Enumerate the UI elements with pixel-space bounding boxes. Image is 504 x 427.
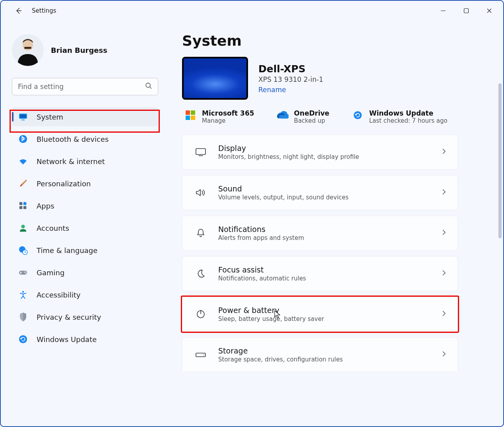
shield-icon [18, 312, 28, 322]
status-item-update[interactable]: Windows UpdateLast checked: 7 hours ago [352, 109, 448, 124]
setting-card-sound[interactable]: SoundVolume levels, output, input, sound… [182, 175, 458, 210]
setting-title: Notifications [218, 225, 304, 234]
setting-subtitle: Alerts from apps and system [218, 234, 304, 242]
chevron-right-icon [442, 350, 446, 359]
nav-item-privacy[interactable]: Privacy & security [12, 307, 158, 327]
svg-rect-2 [464, 9, 469, 13]
setting-card-storage[interactable]: StorageStorage space, drives, configurat… [182, 337, 458, 372]
svg-rect-31 [196, 149, 205, 155]
svg-line-9 [150, 87, 151, 89]
nav-item-network[interactable]: Network & internet [12, 152, 158, 171]
globe-clock-icon [18, 245, 28, 255]
nav-item-personalization[interactable]: Personalization [12, 174, 158, 193]
setting-subtitle: Storage space, drives, configuration rul… [218, 356, 343, 363]
nav-item-label: Personalization [37, 180, 91, 188]
nav-item-bluetooth[interactable]: Bluetooth & devices [12, 129, 158, 149]
status-title: Windows Update [369, 109, 448, 117]
refresh-icon [352, 109, 364, 121]
svg-point-22 [24, 272, 25, 273]
scrollbar-thumb[interactable] [498, 83, 502, 238]
status-item-onedrive[interactable]: OneDriveBacked up [277, 109, 330, 124]
setting-title: Power & battery [218, 306, 324, 315]
back-button[interactable] [13, 5, 25, 17]
svg-point-36 [204, 355, 204, 356]
moon-icon [194, 267, 208, 281]
nav-item-label: Apps [37, 202, 54, 210]
setting-subtitle: Notifications, automatic rules [218, 275, 306, 282]
maximize-button[interactable] [455, 3, 478, 19]
setting-title: Focus assist [218, 265, 306, 274]
status-title: Microsoft 365 [202, 109, 254, 117]
nav-item-label: Network & internet [37, 157, 105, 166]
page-title: System [182, 33, 489, 49]
svg-point-6 [23, 40, 33, 50]
setting-card-notifications[interactable]: NotificationsAlerts from apps and system [182, 216, 458, 251]
svg-point-30 [354, 111, 362, 119]
rename-link[interactable]: Rename [258, 86, 286, 94]
minimize-button[interactable] [432, 3, 455, 19]
user-profile[interactable]: Brian Burgess [12, 34, 160, 66]
device-model: XPS 13 9310 2-in-1 [258, 75, 323, 83]
nav-item-apps[interactable]: Apps [12, 196, 158, 215]
device-info: Dell-XPS XPS 13 9310 2-in-1 Rename [182, 57, 489, 100]
search-input[interactable] [18, 83, 145, 91]
status-sub: Backed up [294, 117, 330, 124]
nav-item-gaming[interactable]: Gaming [12, 263, 158, 282]
nav-item-update[interactable]: Windows Update [12, 330, 158, 349]
brush-icon [18, 179, 28, 188]
nav-item-accounts[interactable]: Accounts [12, 218, 158, 238]
chevron-right-icon [442, 188, 446, 197]
apps-icon [18, 201, 28, 211]
nav-item-label: Gaming [37, 269, 64, 277]
setting-card-power[interactable]: Power & batterySleep, battery usage, bat… [182, 297, 458, 332]
status-sub: Last checked: 7 hours ago [369, 117, 448, 124]
svg-point-18 [21, 225, 25, 228]
status-title: OneDrive [294, 109, 330, 117]
accessibility-icon [18, 290, 28, 299]
setting-card-focus[interactable]: Focus assistNotifications, automatic rul… [182, 256, 458, 291]
svg-rect-26 [186, 110, 190, 115]
person-icon [18, 223, 28, 233]
svg-rect-12 [21, 120, 25, 120]
status-item-m365[interactable]: Microsoft 365Manage [184, 109, 254, 124]
speaker-icon [194, 185, 208, 200]
refresh-icon [18, 334, 28, 344]
chevron-right-icon [442, 148, 446, 157]
chevron-right-icon [442, 310, 446, 319]
setting-subtitle: Monitors, brightness, night light, displ… [218, 153, 359, 160]
chevron-right-icon [442, 269, 446, 278]
svg-rect-16 [19, 206, 22, 209]
nav-item-label: Bluetooth & devices [37, 135, 109, 143]
wifi-icon [18, 157, 28, 166]
setting-title: Sound [218, 184, 349, 193]
svg-point-8 [146, 83, 150, 87]
setting-subtitle: Sleep, battery usage, battery saver [218, 315, 324, 323]
monitor-icon [18, 112, 28, 122]
setting-card-display[interactable]: DisplayMonitors, brightness, night light… [182, 135, 458, 170]
nav-item-label: Windows Update [37, 335, 97, 344]
bluetooth-icon [18, 134, 28, 144]
nav-item-time[interactable]: Time & language [12, 241, 158, 260]
svg-rect-28 [186, 116, 190, 120]
nav-item-system[interactable]: System [12, 107, 158, 126]
nav-item-accessibility[interactable]: Accessibility [12, 285, 158, 304]
close-button[interactable] [478, 3, 501, 19]
nav-item-label: Privacy & security [37, 313, 101, 321]
setting-title: Storage [218, 346, 343, 355]
status-row: Microsoft 365ManageOneDriveBacked upWind… [182, 109, 489, 124]
nav-item-label: Accessibility [37, 291, 81, 299]
user-name: Brian Burgess [51, 46, 107, 54]
nav-list: SystemBluetooth & devicesNetwork & inter… [12, 107, 160, 349]
svg-rect-7 [24, 47, 31, 49]
search-box[interactable] [12, 78, 158, 95]
gamepad-icon [18, 268, 28, 277]
svg-rect-14 [19, 202, 22, 205]
svg-point-23 [25, 272, 27, 274]
device-thumbnail[interactable] [182, 57, 248, 100]
nav-item-label: Time & language [37, 246, 97, 255]
microsoft-icon [184, 109, 196, 121]
power-icon [194, 307, 208, 321]
drive-icon [194, 348, 208, 362]
chevron-right-icon [442, 229, 446, 238]
window-title: Settings [32, 7, 56, 14]
